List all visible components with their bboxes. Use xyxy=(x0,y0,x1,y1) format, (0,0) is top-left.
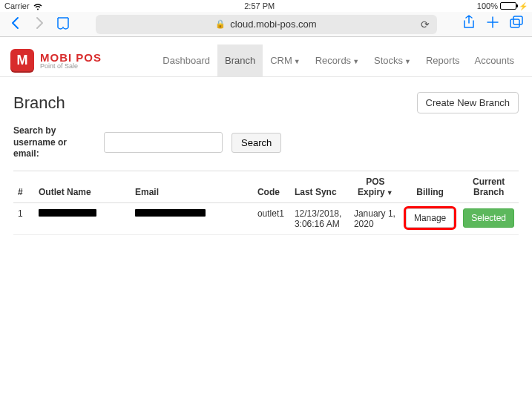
redacted-text xyxy=(39,209,96,217)
forward-button[interactable] xyxy=(31,15,47,34)
branch-table: # Outlet Name Email Code Last Sync POS E… xyxy=(13,171,519,235)
brand-logo: M xyxy=(10,49,34,73)
battery-pct: 100% xyxy=(477,1,498,10)
nav-dashboard[interactable]: Dashboard xyxy=(155,44,217,76)
sort-desc-icon: ▼ xyxy=(387,189,393,197)
browser-toolbar: 🔒 cloud.mobi-pos.com ⟳ xyxy=(0,12,532,37)
nav-stocks[interactable]: Stocks▼ xyxy=(367,44,418,76)
col-billing: Billing xyxy=(401,171,459,202)
address-bar[interactable]: 🔒 cloud.mobi-pos.com ⟳ xyxy=(96,15,437,34)
wifi-icon xyxy=(33,3,42,10)
nav-accounts[interactable]: Accounts xyxy=(467,44,522,76)
cell-index: 1 xyxy=(13,202,34,234)
selected-button[interactable]: Selected xyxy=(463,208,514,228)
nav-branch[interactable]: Branch xyxy=(217,44,263,76)
cell-billing: Manage xyxy=(401,202,459,234)
app-navbar: M MOBI POS Point of Sale Dashboard Branc… xyxy=(0,37,532,77)
col-outlet: Outlet Name xyxy=(34,171,131,202)
nav-records[interactable]: Records▼ xyxy=(308,44,367,76)
brand[interactable]: M MOBI POS Point of Sale xyxy=(10,49,102,73)
search-input[interactable] xyxy=(104,132,223,153)
col-current-branch: Current Branch xyxy=(459,171,519,202)
bookmarks-icon[interactable] xyxy=(55,15,71,34)
svg-rect-0 xyxy=(510,19,519,27)
cell-last-sync: 12/13/2018, 3:06:16 AM xyxy=(290,202,349,234)
back-button[interactable] xyxy=(7,15,24,34)
col-code: Code xyxy=(253,171,290,202)
col-email: Email xyxy=(131,171,253,202)
share-icon[interactable] xyxy=(461,15,477,33)
reload-icon[interactable]: ⟳ xyxy=(421,19,430,30)
manage-button[interactable]: Manage xyxy=(406,208,454,228)
col-last-sync: Last Sync xyxy=(290,171,349,202)
redacted-text xyxy=(135,209,206,217)
charging-icon: ⚡ xyxy=(519,2,528,10)
chevron-down-icon: ▼ xyxy=(352,58,359,65)
search-button[interactable]: Search xyxy=(231,133,281,153)
col-pos-expiry[interactable]: POS Expiry▼ xyxy=(349,171,401,202)
cell-outlet xyxy=(34,202,131,234)
cell-pos-expiry: January 1, 2020 xyxy=(349,202,401,234)
table-row: 1 outlet1 12/13/2018, 3:06:16 AM January… xyxy=(13,202,519,234)
url-text: cloud.mobi-pos.com xyxy=(230,19,316,30)
battery-icon xyxy=(500,2,516,10)
new-tab-icon[interactable] xyxy=(485,16,501,33)
clock: 2:57 PM xyxy=(42,1,477,10)
cell-code: outlet1 xyxy=(253,202,290,234)
brand-name: MOBI POS xyxy=(40,52,102,63)
nav-reports[interactable]: Reports xyxy=(418,44,467,76)
page-title: Branch xyxy=(13,93,65,113)
create-new-branch-button[interactable]: Create New Branch xyxy=(417,92,519,113)
device-status-bar: Carrier 2:57 PM 100% ⚡ xyxy=(0,0,532,12)
chevron-down-icon: ▼ xyxy=(294,58,301,65)
brand-subtitle: Point of Sale xyxy=(40,63,102,70)
carrier-label: Carrier xyxy=(4,1,30,10)
svg-rect-1 xyxy=(513,16,522,24)
tabs-icon[interactable] xyxy=(508,16,525,33)
cell-email xyxy=(131,202,253,234)
cell-current-branch: Selected xyxy=(459,202,519,234)
search-label: Search by username or email: xyxy=(13,125,95,160)
col-index: # xyxy=(13,171,34,202)
chevron-down-icon: ▼ xyxy=(404,58,411,65)
nav-crm[interactable]: CRM▼ xyxy=(263,44,308,76)
lock-icon: 🔒 xyxy=(215,19,226,29)
